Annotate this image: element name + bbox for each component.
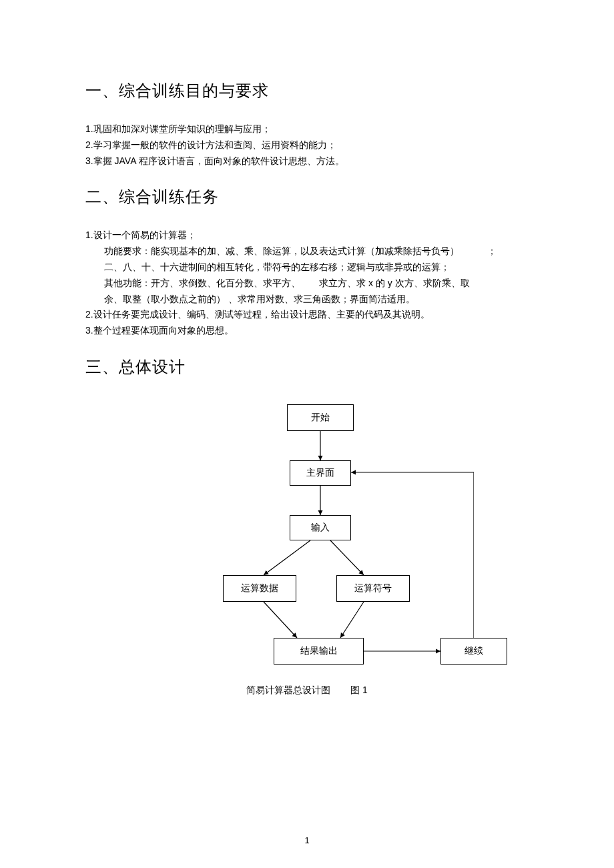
heading-design: 三、总体设计 <box>85 356 529 378</box>
task-line: 其他功能：开方、求倒数、化百分数、求平方、 求立方、求 x 的 y 次方、求阶乘… <box>85 276 529 292</box>
svg-line-4 <box>264 602 297 638</box>
heading-purpose: 一、综合训练目的与要求 <box>85 80 529 101</box>
task-line: 二、八、十、十六进制间的相互转化，带符号的左移右移；逻辑与或非异或的运算； <box>85 260 529 276</box>
flowchart: 开始 主界面 输入 运算数据 运算符号 结果输出 继续 简易计算器总设计图 图 … <box>140 404 474 711</box>
svg-line-5 <box>340 602 364 638</box>
task-line: 2.设计任务要完成设计、编码、测试等过程，给出设计思路、主要的代码及其说明。 <box>85 307 529 323</box>
purpose-item: 2.学习掌握一般的软件的设计方法和查阅、运用资料的能力； <box>85 137 529 153</box>
caption-text: 简易计算器总设计图 <box>246 685 330 695</box>
node-continue: 继续 <box>440 638 507 665</box>
purpose-list: 1.巩固和加深对课堂所学知识的理解与应用； 2.学习掌握一般的软件的设计方法和查… <box>85 121 529 169</box>
node-start: 开始 <box>287 404 354 431</box>
node-main-ui: 主界面 <box>290 460 351 486</box>
svg-line-2 <box>264 540 310 575</box>
purpose-item: 1.巩固和加深对课堂所学知识的理解与应用； <box>85 121 529 137</box>
task-line: 3.整个过程要体现面向对象的思想。 <box>85 323 529 339</box>
flowchart-arrows <box>140 404 474 711</box>
svg-line-3 <box>330 540 364 575</box>
node-input: 输入 <box>290 515 351 540</box>
purpose-item: 3.掌握 JAVA 程序设计语言，面向对象的软件设计思想、方法。 <box>85 153 529 169</box>
caption-figure-number: 图 1 <box>350 685 368 695</box>
page: 一、综合训练目的与要求 1.巩固和加深对课堂所学知识的理解与应用； 2.学习掌握… <box>0 0 614 868</box>
heading-tasks: 二、综合训练任务 <box>85 186 529 207</box>
task-line: 余、取整（取小数点之前的） 、求常用对数、求三角函数；界面简洁适用。 <box>85 292 529 308</box>
node-result: 结果输出 <box>274 638 364 665</box>
flowchart-caption: 简易计算器总设计图 图 1 <box>140 685 474 697</box>
page-number: 1 <box>0 835 614 845</box>
tasks-block: 1.设计一个简易的计算器； 功能要求：能实现基本的加、减、乘、除运算，以及表达式… <box>85 228 529 339</box>
task-line: 1.设计一个简易的计算器； <box>85 228 529 244</box>
node-data: 运算数据 <box>223 575 296 602</box>
node-operator: 运算符号 <box>336 575 410 602</box>
task-line: 功能要求：能实现基本的加、减、乘、除运算，以及表达式计算（加减乘除括号负号） ； <box>85 244 529 260</box>
